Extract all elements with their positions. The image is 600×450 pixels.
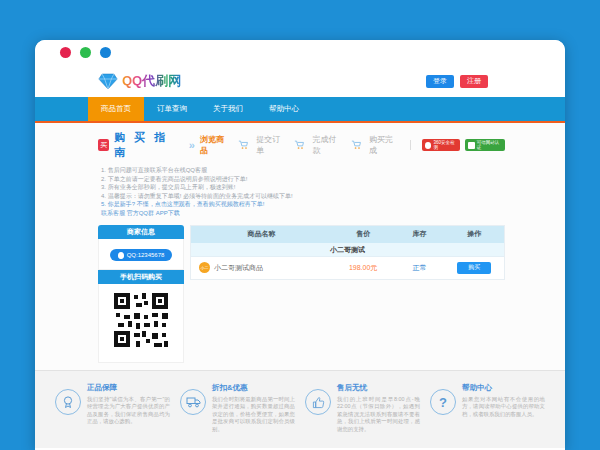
note-line-link[interactable]: 5. 你是新手? 不懂，点击这里观看，查看购买视频教程再下单! <box>101 200 505 209</box>
footer-text: 我们坚持"诚信为本、客户第一"的经营理念为广大客户提供优质的产品及服务，我们保证… <box>87 396 170 426</box>
register-button[interactable]: 注册 <box>460 75 488 88</box>
table-row: 小二 小二哥测试商品 198.00元 正常 购买 <box>191 257 504 279</box>
footer-col-authentic: 正品保障 我们坚持"诚信为本、客户第一"的经营理念为广大客户提供优质的产品及服务… <box>55 383 170 448</box>
guide-title: 购 买 指 南 <box>114 130 184 160</box>
cart-icon <box>351 140 361 150</box>
table-header-row: 商品名称 售价 库存 操作 <box>191 226 504 243</box>
buy-button[interactable]: 购买 <box>457 262 491 274</box>
minimize-window-button[interactable] <box>80 47 91 58</box>
shield-icon <box>425 142 432 149</box>
qr-code <box>112 291 170 349</box>
quick-links[interactable]: 联系客服 官方QQ群 APP下载 <box>101 209 505 218</box>
footer-title: 正品保障 <box>87 383 170 393</box>
site-logo[interactable]: QQ代刷网 <box>98 72 181 90</box>
step-submit: 提交订单 <box>256 134 286 156</box>
footer-text: 我们会时刻将最新商品第一时间上架并进行通知，购买数量超过商品设定的值，价格会更便… <box>212 396 295 433</box>
nav-item-help[interactable]: 帮助中心 <box>256 97 312 121</box>
security-badge-360[interactable]: 360安全检测 <box>422 139 460 151</box>
note-line: 4. 温馨提示：请勿重复下单哦! 必须等待前面的业务完成才可以继续下单! <box>101 192 505 201</box>
medal-icon <box>55 389 81 415</box>
check-icon <box>468 142 475 149</box>
site-footer: 正品保障 我们坚持"诚信为本、客户第一"的经营理念为广大客户提供优质的产品及服务… <box>35 370 565 448</box>
thumbs-up-icon <box>305 389 331 415</box>
close-window-button[interactable] <box>60 47 71 58</box>
nav-item-home[interactable]: 商品首页 <box>88 97 144 121</box>
col-action: 操作 <box>445 229 504 239</box>
step-done: 购买完成 <box>369 134 399 156</box>
footer-col-aftersales: 售后无忧 我们的上班时间是早8:00点-晚22:00点（节假日除外），如遇到紧急… <box>305 383 420 448</box>
main-content: 买 购 买 指 南 » 浏览商品 提交订单 完成付款 购买完成 360安全检测 … <box>35 123 565 370</box>
chevron-right-icon: » <box>189 139 193 151</box>
cart-icon <box>238 140 248 150</box>
footer-title: 售后无忧 <box>337 383 420 393</box>
window-titlebar <box>35 40 565 65</box>
cart-icon <box>294 140 304 150</box>
diamond-icon <box>98 73 118 90</box>
guide-notes: 1. 售后问题可直接联系平台在线QQ客服 2. 下单之前请一定要看完商品说明后参… <box>101 166 505 209</box>
footer-title: 折扣&优惠 <box>212 383 295 393</box>
product-stock: 正常 <box>394 263 444 273</box>
step-pay: 完成付款 <box>313 134 343 156</box>
note-line: 1. 售后问题可直接联系平台在线QQ客服 <box>101 166 505 175</box>
main-nav: 商品首页 订单查询 关于我们 帮助中心 <box>35 97 565 123</box>
merchant-info-header: 商家信息 <box>98 225 184 239</box>
purchase-guide: 买 购 买 指 南 » 浏览商品 提交订单 完成付款 购买完成 360安全检测 … <box>98 130 505 160</box>
note-line: 2. 下单之前请一定要看完商品说明后参照说明进行下单! <box>101 175 505 184</box>
footer-text: 如果您对本网站有不会使用的地方，请阅读帮助中心提供的帮助文档，或者联系我们的客服… <box>462 396 545 418</box>
qq-penguin-icon <box>118 252 124 259</box>
login-button[interactable]: 登录 <box>426 75 454 88</box>
step-browse: 浏览商品 <box>200 134 230 156</box>
maximize-window-button[interactable] <box>100 47 111 58</box>
category-row: 小二哥测试 <box>191 243 504 257</box>
product-table: 商品名称 售价 库存 操作 小二哥测试 小二 小二哥测试商品 198.00元 正… <box>190 225 505 280</box>
product-name: 小二哥测试商品 <box>214 263 263 273</box>
col-price: 售价 <box>332 229 395 239</box>
scan-buy-header: 手机扫码购买 <box>98 270 184 284</box>
buy-icon: 买 <box>98 139 109 151</box>
browser-window: QQ代刷网 登录 注册 商品首页 订单查询 关于我们 帮助中心 买 购 买 指 … <box>35 40 565 450</box>
trusted-site-badge[interactable]: 可信网站认证 <box>465 139 505 151</box>
site-title: QQ代刷网 <box>122 72 181 90</box>
product-price: 198.00元 <box>332 263 395 273</box>
divider <box>410 140 411 150</box>
truck-icon <box>180 389 206 415</box>
footer-col-discount: 折扣&优惠 我们会时刻将最新商品第一时间上架并进行通知，购买数量超过商品设定的值… <box>180 383 295 448</box>
footer-text: 我们的上班时间是早8:00点-晚22:00点（节假日除外），如遇到紧急情况无法联… <box>337 396 420 433</box>
merchant-sidebar: 商家信息 QQ:12345678 手机扫码购买 <box>98 225 184 363</box>
col-stock: 库存 <box>394 229 444 239</box>
col-product-name: 商品名称 <box>191 229 332 239</box>
question-icon: ? <box>430 389 456 415</box>
nav-item-about[interactable]: 关于我们 <box>200 97 256 121</box>
qq-contact-button[interactable]: QQ:12345678 <box>110 249 173 261</box>
nav-item-orders[interactable]: 订单查询 <box>144 97 200 121</box>
product-avatar: 小二 <box>199 262 210 273</box>
note-line: 3. 所有业务全部秒刷，提交后马上开刷，极速到账! <box>101 183 505 192</box>
footer-title: 帮助中心 <box>462 383 545 393</box>
site-header: QQ代刷网 登录 注册 <box>35 65 565 97</box>
footer-col-help: ? 帮助中心 如果您对本网站有不会使用的地方，请阅读帮助中心提供的帮助文档，或者… <box>430 383 545 448</box>
